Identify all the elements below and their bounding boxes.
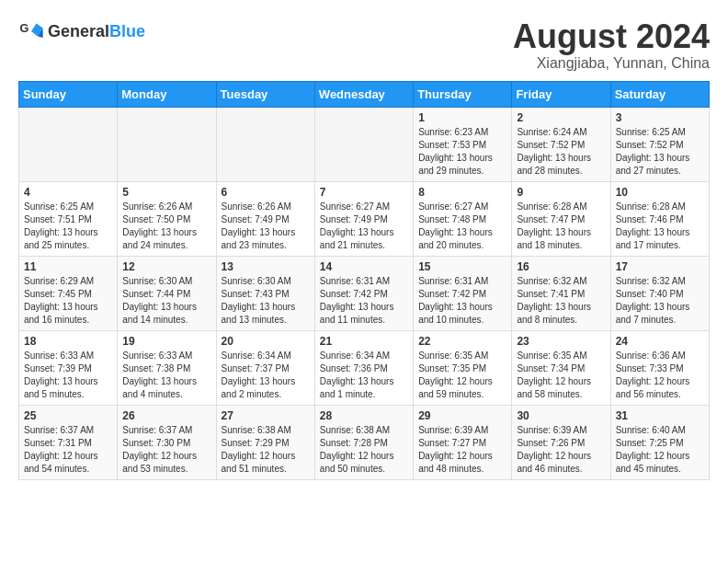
calendar-cell: 22Sunrise: 6:35 AM Sunset: 7:35 PM Dayli… xyxy=(414,330,512,405)
day-number: 6 xyxy=(222,186,310,199)
day-info: Sunrise: 6:36 AM Sunset: 7:33 PM Dayligh… xyxy=(616,350,704,401)
day-number: 20 xyxy=(222,335,310,348)
day-info: Sunrise: 6:30 AM Sunset: 7:43 PM Dayligh… xyxy=(222,275,310,327)
day-info: Sunrise: 6:27 AM Sunset: 7:49 PM Dayligh… xyxy=(320,201,408,252)
day-info: Sunrise: 6:31 AM Sunset: 7:42 PM Dayligh… xyxy=(320,275,408,327)
day-number: 16 xyxy=(517,260,605,273)
header-day-monday: Monday xyxy=(118,81,216,107)
calendar-cell: 29Sunrise: 6:39 AM Sunset: 7:27 PM Dayli… xyxy=(414,405,512,479)
calendar-cell xyxy=(118,107,216,181)
day-info: Sunrise: 6:33 AM Sunset: 7:38 PM Dayligh… xyxy=(122,350,210,401)
calendar-week-1: 1Sunrise: 6:23 AM Sunset: 7:53 PM Daylig… xyxy=(19,107,710,181)
calendar-cell: 7Sunrise: 6:27 AM Sunset: 7:49 PM Daylig… xyxy=(314,181,413,256)
day-info: Sunrise: 6:35 AM Sunset: 7:35 PM Dayligh… xyxy=(418,350,506,401)
calendar-cell: 3Sunrise: 6:25 AM Sunset: 7:52 PM Daylig… xyxy=(610,107,709,181)
calendar-week-4: 18Sunrise: 6:33 AM Sunset: 7:39 PM Dayli… xyxy=(19,330,710,405)
day-number: 24 xyxy=(616,335,704,348)
day-info: Sunrise: 6:37 AM Sunset: 7:30 PM Dayligh… xyxy=(122,424,210,476)
calendar-cell: 13Sunrise: 6:30 AM Sunset: 7:43 PM Dayli… xyxy=(216,256,314,330)
day-number: 1 xyxy=(418,111,506,124)
calendar-cell: 5Sunrise: 6:26 AM Sunset: 7:50 PM Daylig… xyxy=(118,181,216,256)
calendar-header-row: SundayMondayTuesdayWednesdayThursdayFrid… xyxy=(19,81,710,107)
calendar-table: SundayMondayTuesdayWednesdayThursdayFrid… xyxy=(18,81,710,480)
day-number: 3 xyxy=(616,111,704,124)
day-info: Sunrise: 6:28 AM Sunset: 7:46 PM Dayligh… xyxy=(616,201,704,252)
day-info: Sunrise: 6:32 AM Sunset: 7:40 PM Dayligh… xyxy=(616,275,704,327)
day-number: 19 xyxy=(122,335,210,348)
calendar-cell: 12Sunrise: 6:30 AM Sunset: 7:44 PM Dayli… xyxy=(118,256,216,330)
day-number: 2 xyxy=(517,111,605,124)
header-day-friday: Friday xyxy=(512,81,610,107)
page-subtitle: Xiangjiaba, Yunnan, China xyxy=(513,55,710,72)
day-number: 26 xyxy=(122,409,210,422)
svg-text:G: G xyxy=(19,22,28,35)
day-number: 14 xyxy=(320,260,408,273)
calendar-week-3: 11Sunrise: 6:29 AM Sunset: 7:45 PM Dayli… xyxy=(19,256,710,330)
day-info: Sunrise: 6:28 AM Sunset: 7:47 PM Dayligh… xyxy=(517,201,605,252)
day-info: Sunrise: 6:26 AM Sunset: 7:49 PM Dayligh… xyxy=(222,201,310,252)
calendar-cell xyxy=(314,107,413,181)
calendar-cell: 26Sunrise: 6:37 AM Sunset: 7:30 PM Dayli… xyxy=(118,405,216,479)
calendar-cell: 28Sunrise: 6:38 AM Sunset: 7:28 PM Dayli… xyxy=(314,405,413,479)
day-info: Sunrise: 6:23 AM Sunset: 7:53 PM Dayligh… xyxy=(418,126,506,178)
calendar-cell: 2Sunrise: 6:24 AM Sunset: 7:52 PM Daylig… xyxy=(512,107,610,181)
calendar-cell: 14Sunrise: 6:31 AM Sunset: 7:42 PM Dayli… xyxy=(314,256,413,330)
day-number: 30 xyxy=(517,409,605,422)
day-info: Sunrise: 6:39 AM Sunset: 7:26 PM Dayligh… xyxy=(517,424,605,476)
day-info: Sunrise: 6:25 AM Sunset: 7:52 PM Dayligh… xyxy=(616,126,704,178)
day-number: 17 xyxy=(616,260,704,273)
day-number: 13 xyxy=(222,260,310,273)
day-info: Sunrise: 6:27 AM Sunset: 7:48 PM Dayligh… xyxy=(418,201,506,252)
calendar-week-2: 4Sunrise: 6:25 AM Sunset: 7:51 PM Daylig… xyxy=(19,181,710,256)
day-number: 23 xyxy=(517,335,605,348)
calendar-cell: 25Sunrise: 6:37 AM Sunset: 7:31 PM Dayli… xyxy=(19,405,118,479)
day-number: 18 xyxy=(24,335,112,348)
day-number: 29 xyxy=(418,409,506,422)
day-number: 7 xyxy=(320,186,408,199)
calendar-cell: 4Sunrise: 6:25 AM Sunset: 7:51 PM Daylig… xyxy=(19,181,118,256)
calendar-cell: 11Sunrise: 6:29 AM Sunset: 7:45 PM Dayli… xyxy=(19,256,118,330)
calendar-cell: 9Sunrise: 6:28 AM Sunset: 7:47 PM Daylig… xyxy=(512,181,610,256)
day-info: Sunrise: 6:40 AM Sunset: 7:25 PM Dayligh… xyxy=(616,424,704,476)
day-number: 25 xyxy=(24,409,112,422)
calendar-cell: 6Sunrise: 6:26 AM Sunset: 7:49 PM Daylig… xyxy=(216,181,314,256)
calendar-cell: 24Sunrise: 6:36 AM Sunset: 7:33 PM Dayli… xyxy=(610,330,709,405)
day-number: 21 xyxy=(320,335,408,348)
day-info: Sunrise: 6:33 AM Sunset: 7:39 PM Dayligh… xyxy=(24,350,112,401)
title-section: August 2024 Xiangjiaba, Yunnan, China xyxy=(513,18,710,72)
logo-icon: G xyxy=(18,18,44,44)
header-day-sunday: Sunday xyxy=(19,81,118,107)
day-info: Sunrise: 6:39 AM Sunset: 7:27 PM Dayligh… xyxy=(418,424,506,476)
calendar-cell xyxy=(19,107,118,181)
calendar-cell: 31Sunrise: 6:40 AM Sunset: 7:25 PM Dayli… xyxy=(610,405,709,479)
header-day-saturday: Saturday xyxy=(610,81,709,107)
day-number: 5 xyxy=(122,186,210,199)
day-info: Sunrise: 6:37 AM Sunset: 7:31 PM Dayligh… xyxy=(24,424,112,476)
calendar-cell: 16Sunrise: 6:32 AM Sunset: 7:41 PM Dayli… xyxy=(512,256,610,330)
calendar-cell: 18Sunrise: 6:33 AM Sunset: 7:39 PM Dayli… xyxy=(19,330,118,405)
day-info: Sunrise: 6:35 AM Sunset: 7:34 PM Dayligh… xyxy=(517,350,605,401)
logo: G GeneralBlue xyxy=(18,18,145,44)
day-info: Sunrise: 6:30 AM Sunset: 7:44 PM Dayligh… xyxy=(122,275,210,327)
day-number: 28 xyxy=(320,409,408,422)
day-number: 10 xyxy=(616,186,704,199)
header-day-wednesday: Wednesday xyxy=(314,81,413,107)
logo-general: General xyxy=(48,22,109,40)
day-number: 15 xyxy=(418,260,506,273)
header: G GeneralBlue August 2024 Xiangjiaba, Yu… xyxy=(18,18,710,72)
calendar-cell: 10Sunrise: 6:28 AM Sunset: 7:46 PM Dayli… xyxy=(610,181,709,256)
day-info: Sunrise: 6:38 AM Sunset: 7:29 PM Dayligh… xyxy=(222,424,310,476)
calendar-cell: 1Sunrise: 6:23 AM Sunset: 7:53 PM Daylig… xyxy=(414,107,512,181)
day-info: Sunrise: 6:34 AM Sunset: 7:37 PM Dayligh… xyxy=(222,350,310,401)
day-info: Sunrise: 6:25 AM Sunset: 7:51 PM Dayligh… xyxy=(24,201,112,252)
day-number: 12 xyxy=(122,260,210,273)
calendar-cell: 23Sunrise: 6:35 AM Sunset: 7:34 PM Dayli… xyxy=(512,330,610,405)
header-day-tuesday: Tuesday xyxy=(216,81,314,107)
calendar-cell: 21Sunrise: 6:34 AM Sunset: 7:36 PM Dayli… xyxy=(314,330,413,405)
calendar-cell: 19Sunrise: 6:33 AM Sunset: 7:38 PM Dayli… xyxy=(118,330,216,405)
day-info: Sunrise: 6:32 AM Sunset: 7:41 PM Dayligh… xyxy=(517,275,605,327)
day-number: 22 xyxy=(418,335,506,348)
day-number: 27 xyxy=(222,409,310,422)
header-day-thursday: Thursday xyxy=(414,81,512,107)
calendar-cell: 20Sunrise: 6:34 AM Sunset: 7:37 PM Dayli… xyxy=(216,330,314,405)
